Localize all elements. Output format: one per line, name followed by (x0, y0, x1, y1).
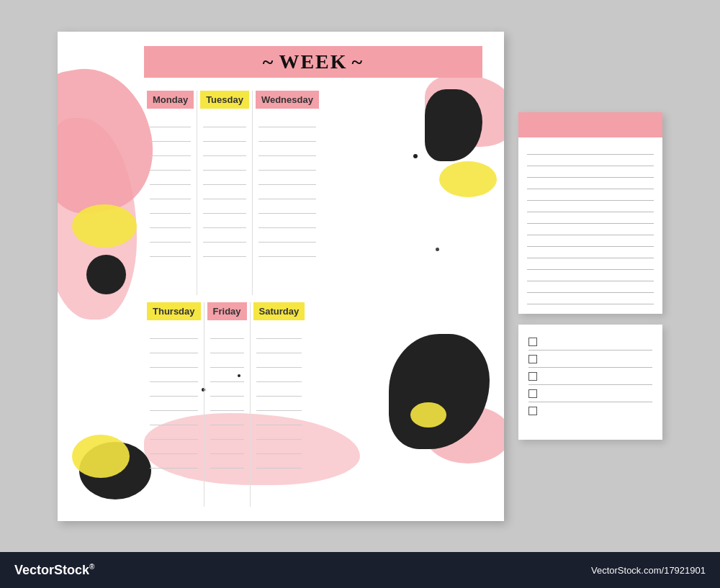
line (150, 230, 191, 243)
line (210, 441, 244, 454)
check-item (528, 350, 652, 368)
line (150, 369, 198, 382)
days-bottom-row: Thursday Friday (144, 302, 482, 507)
line (256, 441, 302, 454)
line (210, 427, 244, 440)
day-lines-friday (204, 326, 250, 507)
line (258, 143, 316, 156)
check-item (528, 333, 652, 350)
line (150, 129, 191, 142)
day-column-thursday: Thursday (144, 302, 204, 507)
line (203, 244, 246, 257)
day-label-monday: Monday (147, 91, 194, 109)
line (256, 456, 302, 469)
line (203, 129, 246, 142)
check-line (543, 341, 652, 342)
note-line (527, 258, 654, 270)
line (203, 143, 246, 156)
checkbox[interactable] (528, 372, 537, 381)
line (150, 114, 191, 127)
line (256, 369, 302, 382)
note-line (527, 143, 654, 155)
line (258, 230, 316, 243)
checkbox[interactable] (528, 407, 537, 415)
days-top-row: Monday Tuesday (144, 91, 482, 295)
line (150, 340, 198, 353)
note-line (527, 235, 654, 247)
note-line (527, 212, 654, 224)
check-line (543, 376, 652, 376)
day-column-monday: Monday (144, 91, 197, 295)
note-line (527, 178, 654, 189)
line (256, 412, 302, 425)
day-label-wednesday: Wednesday (256, 91, 319, 109)
line (150, 384, 198, 397)
footer-trademark: ® (89, 563, 94, 571)
line (256, 398, 302, 411)
line (210, 398, 244, 411)
check-line (543, 411, 652, 412)
note-line (527, 270, 654, 281)
line (256, 340, 302, 353)
day-label-friday: Friday (207, 302, 247, 320)
footer-url: VectorStock.com/17921901 (591, 565, 706, 576)
line (256, 384, 302, 397)
weekly-planner-card: WEEK Monday (58, 32, 504, 521)
line (150, 201, 191, 214)
check-item (528, 402, 652, 420)
line (150, 398, 198, 411)
day-label-thursday: Thursday (147, 302, 201, 320)
week-title: WEEK (263, 50, 364, 73)
day-label-saturday: Saturday (253, 302, 305, 320)
week-title-bar: WEEK (144, 46, 482, 78)
line (210, 456, 244, 469)
line (258, 215, 316, 228)
day-lines-tuesday (197, 114, 252, 295)
note-line (527, 247, 654, 258)
line (258, 201, 316, 214)
line (150, 143, 191, 156)
line (150, 427, 198, 440)
check-line (543, 358, 652, 359)
line (203, 230, 246, 243)
line (258, 172, 316, 185)
line (150, 456, 198, 469)
day-column-wednesday: Wednesday (253, 91, 322, 295)
line (258, 129, 316, 142)
line (256, 326, 302, 339)
note-line (527, 155, 654, 166)
line (203, 114, 246, 127)
line (203, 158, 246, 171)
day-column-friday: Friday (204, 302, 251, 507)
note-line (527, 224, 654, 235)
checkbox[interactable] (528, 338, 537, 346)
day-column-tuesday: Tuesday (197, 91, 253, 295)
note-line (527, 166, 654, 178)
line (150, 215, 191, 228)
day-label-tuesday: Tuesday (200, 91, 249, 109)
line (210, 369, 244, 382)
note-line (527, 281, 654, 293)
checklist-card (518, 325, 662, 440)
note-card-lines (518, 137, 662, 314)
note-line (527, 201, 654, 212)
line (150, 244, 191, 257)
check-item (528, 368, 652, 385)
right-cards-container (518, 112, 662, 440)
line (150, 412, 198, 425)
line (258, 114, 316, 127)
line (210, 326, 244, 339)
day-lines-saturday (251, 326, 308, 507)
line (210, 340, 244, 353)
footer-bar: VectorStock® VectorStock.com/17921901 (0, 552, 720, 588)
line (150, 326, 198, 339)
checkbox[interactable] (528, 355, 537, 363)
line (203, 215, 246, 228)
line (256, 355, 302, 368)
note-card-header (518, 112, 662, 137)
checkbox[interactable] (528, 389, 537, 398)
note-card (518, 112, 662, 314)
line (150, 158, 191, 171)
line (150, 172, 191, 185)
line (150, 355, 198, 368)
